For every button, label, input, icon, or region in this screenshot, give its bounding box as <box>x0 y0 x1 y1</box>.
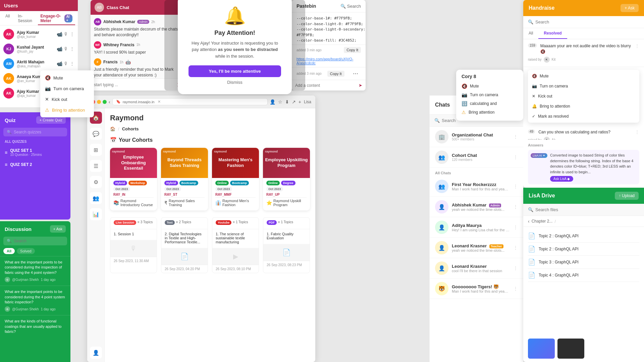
quiz-search-input[interactable] <box>14 130 64 134</box>
back-icon[interactable]: ‹ <box>109 99 110 105</box>
cory-attention-item[interactable]: ⚠ Bring attention <box>462 108 518 117</box>
chat-item-aditya[interactable]: 👤 Aditya Maurya Hey! I am using Lisa cha… <box>430 217 523 238</box>
mute-menu-item[interactable]: 🔇 Mute <box>40 72 94 83</box>
chat-item-leonard-2[interactable]: 👤 Leonard Krasner cool I'll be there in … <box>430 258 523 279</box>
cohort-chat-item[interactable]: 👥 Cohort Chat 120 members ⋮ <box>430 147 523 168</box>
bring-attention-action[interactable]: 🔔 Bring to attention <box>528 101 639 111</box>
user-item[interactable]: AM Akriti Mahajan @aka_mahajan 📹 🎙 ⋮ <box>0 56 78 71</box>
drive-file-2[interactable]: 📄 Topic 2 : GraphQL API <box>528 243 639 256</box>
more-icon[interactable]: ⋮ <box>70 46 74 52</box>
bring-attention-menu-item[interactable]: ⚠ Bring to attention <box>40 105 94 115</box>
drive-file-4[interactable]: 📄 Topic 4 : GraphQL API <box>528 269 639 282</box>
kick-action[interactable]: ✕ Kick out <box>528 91 639 101</box>
quiz-item-1[interactable]: ≡ QUIZ SET 1 10 Question · 25mins <box>0 145 70 159</box>
mute-action[interactable]: 🔇 Mute <box>528 71 639 81</box>
download-icon[interactable]: ⬇ <box>285 99 289 105</box>
more-icon[interactable]: ⋮ <box>513 155 518 160</box>
drive-thumbnail-1[interactable] <box>528 339 555 359</box>
mic-icon[interactable]: 🎙 <box>64 32 68 37</box>
handraise-search-input[interactable] <box>535 19 639 24</box>
copy-button[interactable]: Copy It <box>344 47 361 53</box>
star-icon[interactable]: ☆ <box>278 99 282 105</box>
kick-out-menu-item[interactable]: ✕ Kick out <box>40 94 94 105</box>
user-item[interactable]: AK Ajay Kumar @aja_kumar 📹 🎙 ⋮ <box>0 27 78 42</box>
org-chat-item[interactable]: 🏢 Organizational Chat 500+ members ⋮ <box>430 127 523 147</box>
video-icon[interactable]: 📹 <box>57 32 62 37</box>
minimize-button[interactable] <box>97 100 101 104</box>
video-icon[interactable]: 📹 <box>57 61 62 66</box>
url-bar[interactable]: 🔖 raymond.insaajio.in ✕ <box>112 98 268 105</box>
tab-all-disc[interactable]: All <box>3 248 15 254</box>
tab-resolved[interactable]: Resolved <box>538 28 567 39</box>
quiz-item-2[interactable]: ≡ QUIZ SET 2 <box>0 159 70 170</box>
more-icon[interactable]: ⋮ <box>513 184 518 189</box>
send-icon[interactable]: ➤ <box>359 83 362 88</box>
ask-button[interactable]: + Ask <box>621 4 639 12</box>
lisa-drive-search-input[interactable] <box>535 207 639 212</box>
ask-discussion-button[interactable]: + Ask <box>50 225 66 233</box>
drive-file-1[interactable]: 📄 Topic 2 : GraphQL API <box>528 230 639 243</box>
chat-input[interactable] <box>94 82 175 87</box>
course-card-4[interactable]: PDF ≡ 1 Topics 1. Fabric Quality Evaluat… <box>263 217 310 273</box>
create-quiz-button[interactable]: + Create Quiz <box>36 116 66 124</box>
course-card-2[interactable]: Text ≡ 2 Topics 2. Digital Technologies … <box>161 217 208 273</box>
cory-mute-item[interactable]: 🔇 Mute <box>462 82 518 90</box>
ask-lisa-button[interactable]: Ask LisA ◆ <box>550 176 573 182</box>
disc-search-input[interactable] <box>14 239 64 243</box>
share-icon[interactable]: ↗ <box>292 99 296 105</box>
disc-question-2[interactable]: What are the important points to be cons… <box>0 286 70 315</box>
drive-thumbnail-2[interactable] <box>557 339 584 359</box>
more-icon[interactable]: ⋮ <box>513 245 518 250</box>
more-icon[interactable]: ⋮ <box>70 61 74 66</box>
disc-question-1[interactable]: What are the important points to be cons… <box>0 256 70 286</box>
nav-list[interactable]: ☰ <box>90 160 102 172</box>
nav-settings[interactable]: ⚙ <box>90 176 102 188</box>
cohort-card-1[interactable]: raymond Employee Onboarding Essentail Hy… <box>110 148 157 210</box>
camera-action[interactable]: 📷 Turn on camera <box>528 81 639 91</box>
chat-item-leonard-1[interactable]: 👤 Leonard Krasner Teacher yeah we notice… <box>430 238 523 258</box>
more-icon[interactable]: ⋮ <box>513 286 518 291</box>
course-card-1[interactable]: Live Session ≡ 3 Topics 1. Session 1 🎙 2… <box>110 217 157 273</box>
chat-item-rockerzzzz[interactable]: 👥 First Year Rockerzzzz Man I work hard … <box>430 176 523 197</box>
cohort-course-link[interactable]: 📚 Raymond Introductory Course <box>113 197 154 208</box>
more-icon[interactable]: ⋮ <box>513 134 518 139</box>
more-icon[interactable]: ⋮ <box>513 204 518 209</box>
upload-button[interactable]: ↑ Upload <box>615 192 639 200</box>
mic-icon[interactable]: 🎙 <box>64 46 68 52</box>
search-icon[interactable]: 🔍 Search <box>340 4 361 9</box>
maximize-button[interactable] <box>103 100 107 104</box>
copy-button-2[interactable]: Copy It <box>327 71 344 77</box>
camera-menu-item[interactable]: 📷 Turn on camera <box>40 83 94 94</box>
chat-item-tigers[interactable]: 🐯 Goooooooo Tigers! 🐯 Man I work hard fo… <box>430 279 523 299</box>
cory-calculating-item[interactable]: 🔢 calculating and <box>462 99 518 108</box>
nav-chat[interactable]: 💬 <box>90 128 102 140</box>
cohort-card-4[interactable]: raymond Employee Upskilling Program Onli… <box>263 148 310 210</box>
cohort-course-link[interactable]: 👔 Raymond Men's Fashion <box>215 197 256 208</box>
more-icon[interactable]: ⋮ <box>635 43 639 48</box>
disc-question-3[interactable]: What are the kinds of functional coating… <box>0 315 70 339</box>
more-icon[interactable]: ⋮ <box>635 129 639 134</box>
back-nav-button[interactable]: ‹ <box>528 219 530 224</box>
drive-file-3[interactable]: 📄 Topic 3 : GraphQL API <box>528 256 639 269</box>
cohort-course-link[interactable]: ⭐ Raymond Upskill Program <box>266 197 307 208</box>
user-item[interactable]: KJ Kushal Jayant @kush_jay 📹 🎙 ⋮ <box>0 42 78 56</box>
tab-all[interactable]: All <box>3 12 12 25</box>
resolve-action[interactable]: ✓ Mark as resolved <box>528 111 639 121</box>
more-button[interactable]: ⋯ <box>350 69 361 78</box>
mic-icon[interactable]: 🎙 <box>64 61 68 66</box>
cohort-card-2[interactable]: raymond Beyond Threads Sales Training Hy… <box>161 148 208 210</box>
dismiss-button[interactable]: Dismiss <box>189 80 281 85</box>
more-icon[interactable]: ⋮ <box>513 265 518 271</box>
attentive-button[interactable]: Yes, I'll be more attentive <box>189 65 281 77</box>
tab-all-handraise[interactable]: All <box>523 28 538 39</box>
tab-in-session[interactable]: In-Session <box>15 12 35 25</box>
nav-users[interactable]: 👥 <box>90 192 102 204</box>
more-icon[interactable]: ⋮ <box>513 225 518 230</box>
tab-close[interactable]: ✕ <box>158 100 161 104</box>
tab-solved[interactable]: Solved <box>17 248 35 254</box>
cory-camera-item[interactable]: 📷 Turn on camera <box>462 90 518 99</box>
nav-chart[interactable]: 📊 <box>90 208 102 220</box>
cohort-course-link[interactable]: ₹ Raymond Sales Training <box>164 197 205 208</box>
home-nav-icon[interactable]: 🏠 <box>110 126 115 131</box>
nav-cohorts[interactable]: Cohorts <box>122 126 139 131</box>
